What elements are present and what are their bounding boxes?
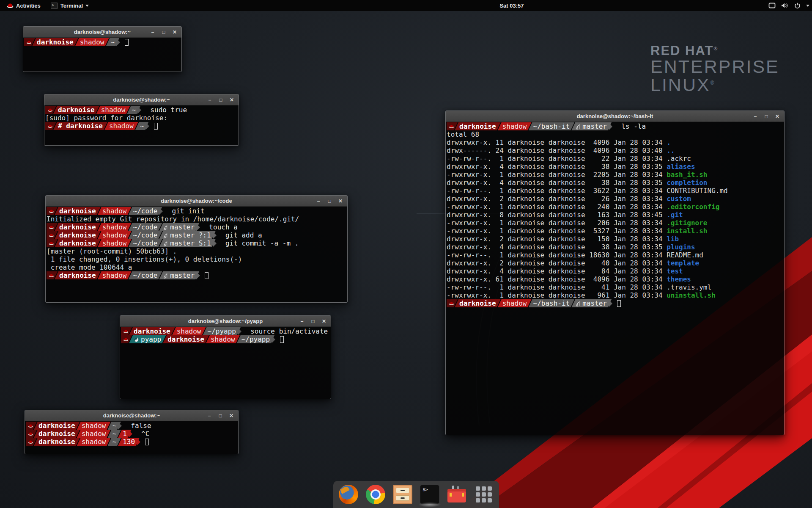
redhat-prompt-icon <box>49 233 54 237</box>
top-bar: Activities >_ Terminal Sat 03:57 <box>0 0 812 11</box>
prompt-segment-host: shadow <box>96 106 130 114</box>
prompt-segment-branch: master ?:1 <box>159 231 215 239</box>
ls-filename: .git <box>667 211 683 219</box>
terminal-content[interactable]: darknoiseshadow~ falsedarknoiseshadow~1 … <box>25 421 238 454</box>
close-button[interactable]: ✕ <box>229 97 235 102</box>
maximize-button[interactable]: □ <box>217 413 223 418</box>
redhat-prompt-icon <box>47 108 53 112</box>
clock[interactable]: Sat 03:57 <box>482 3 541 9</box>
terminal-output-line: [sudo] password for darknoise: <box>45 114 239 122</box>
toolbox-icon[interactable] <box>447 485 466 504</box>
close-button[interactable]: ✕ <box>337 199 343 204</box>
prompt-segment-host: shadow <box>206 335 240 343</box>
ls-row: -rwxrwxr-x. 1 darknoise darknoise 961 Ja… <box>447 291 784 299</box>
terminal-cursor <box>154 123 158 130</box>
close-button[interactable]: ✕ <box>172 30 178 35</box>
chevron-down-icon <box>85 5 89 7</box>
brand-line-3: LINUX® <box>650 76 779 94</box>
terminal-content[interactable]: darknoiseshadow~/pyapp source bin/activa… <box>120 327 331 399</box>
ls-row-meta: drwxrwxr-x. 11 darknoise darknoise 4096 … <box>447 138 667 146</box>
ls-row: drwx------. 24 darknoise darknoise 4096 … <box>447 146 784 155</box>
prompt-segment-host: shadow <box>77 422 111 430</box>
prompt-segment-host: shadow <box>98 271 132 279</box>
ls-row: -rwxrwxr-x. 1 darknoise darknoise 2205 J… <box>447 171 784 179</box>
files-icon[interactable] <box>393 485 412 504</box>
ls-row-meta: drwx------. 24 darknoise darknoise 4096 … <box>447 146 667 155</box>
terminal-window-home-2: darknoise@shadow:~ – □ ✕ darknoiseshadow… <box>25 410 239 454</box>
git-branch-icon <box>164 240 168 246</box>
minimize-button[interactable]: – <box>150 30 156 35</box>
window-title: darknoise@shadow:~/pyapp <box>188 318 263 324</box>
window-titlebar[interactable]: darknoise@shadow:~/code – □ ✕ <box>46 196 347 207</box>
window-titlebar[interactable]: darknoise@shadow:~ – □ ✕ <box>44 94 239 105</box>
ls-filename: lib <box>667 235 679 243</box>
ls-filename: .ackrc <box>667 155 691 163</box>
display-icon[interactable] <box>768 3 776 8</box>
prompt-segment-branch: master <box>159 271 199 279</box>
redhat-prompt-icon <box>449 301 454 306</box>
minimize-button[interactable]: – <box>206 413 212 418</box>
ls-filename: . <box>667 138 671 146</box>
terminal-content[interactable]: darknoiseshadow~/bash-itmaster ls -latot… <box>446 122 784 435</box>
activities-button[interactable]: Activities <box>3 0 44 11</box>
terminal-cursor <box>280 336 284 343</box>
ls-filename: themes <box>667 275 691 283</box>
terminal-content[interactable]: darknoiseshadow~ <box>23 38 181 72</box>
chrome-icon[interactable] <box>366 485 385 504</box>
ls-row-meta: drwxrwxr-x. 8 darknoise darknoise 163 Ja… <box>447 211 667 219</box>
ls-row: -rwxrwxr-x. 1 darknoise darknoise 206 Ja… <box>447 219 784 227</box>
ls-row: -rw-rw-r--. 1 darknoise darknoise 18630 … <box>447 251 784 259</box>
close-button[interactable]: ✕ <box>321 319 327 324</box>
close-button[interactable]: ✕ <box>228 413 234 418</box>
maximize-button[interactable]: □ <box>310 319 316 324</box>
minimize-button[interactable]: – <box>299 319 305 324</box>
redhat-prompt-icon <box>49 209 54 213</box>
volume-icon[interactable] <box>781 3 789 8</box>
terminal-prompt-line: darknoiseshadow~1 ^C <box>26 430 238 438</box>
chevron-down-icon[interactable] <box>806 5 809 7</box>
dock: $> <box>333 481 499 508</box>
git-branch-icon <box>576 301 580 306</box>
prompt-segment-user: darknoise <box>55 271 101 279</box>
maximize-button[interactable]: □ <box>218 97 224 102</box>
maximize-button[interactable]: □ <box>161 30 167 35</box>
prompt-segment-path: ~/pyapp <box>237 335 274 343</box>
command-text: false <box>123 422 151 430</box>
brand-line-2: ENTERPRISE <box>650 58 779 76</box>
terminal-prompt-line: darknoiseshadow~/pyapp source bin/activa… <box>121 327 331 335</box>
terminal-content[interactable]: darknoiseshadow~ sudo true[sudo] passwor… <box>44 105 239 145</box>
app-grid-icon[interactable] <box>474 485 494 504</box>
git-branch-icon <box>164 224 168 230</box>
ls-row: drwxrwxr-x. 2 darknoise darknoise 150 Ja… <box>447 235 784 243</box>
minimize-button[interactable]: – <box>315 199 321 204</box>
prompt-segment-path: ~/code <box>129 239 162 247</box>
terminal-window-code: darknoise@shadow:~/code – □ ✕ darknoises… <box>45 195 348 303</box>
ls-row: drwxrwxr-x. 4 darknoise darknoise 38 Jan… <box>447 163 784 171</box>
ls-row: drwxrwxr-x. 2 darknoise darknoise 26 Jan… <box>447 195 784 203</box>
close-button[interactable]: ✕ <box>774 114 780 119</box>
minimize-button[interactable]: – <box>207 97 213 102</box>
app-menu-label: Terminal <box>60 3 83 9</box>
prompt-segment-user: darknoise <box>55 207 101 215</box>
maximize-button[interactable]: □ <box>763 114 769 119</box>
prompt-segment-user: darknoise <box>55 239 101 247</box>
window-titlebar[interactable]: darknoise@shadow:~/bash-it – □ ✕ <box>446 111 784 122</box>
terminal-icon[interactable]: $> <box>420 485 439 504</box>
prompt-segment-user: darknoise <box>34 438 80 446</box>
power-icon[interactable] <box>794 3 801 9</box>
minimize-button[interactable]: – <box>752 114 758 119</box>
prompt-segment-venv: pyapp <box>129 335 166 343</box>
window-titlebar[interactable]: darknoise@shadow:~ – □ ✕ <box>23 27 181 38</box>
firefox-icon[interactable] <box>339 485 358 504</box>
ls-filename: .. <box>667 146 675 155</box>
app-menu-terminal[interactable]: >_ Terminal <box>47 0 92 11</box>
prompt-segment-user: darknoise <box>455 122 501 130</box>
window-titlebar[interactable]: darknoise@shadow:~ – □ ✕ <box>25 410 238 421</box>
drawer-bottom <box>396 495 409 501</box>
terminal-content[interactable]: darknoiseshadow~/code git initInitialize… <box>46 207 347 302</box>
ls-row-meta: -rwxrwxr-x. 1 darknoise darknoise 961 Ja… <box>447 291 667 299</box>
maximize-button[interactable]: □ <box>326 199 332 204</box>
ls-row: drwxrwxr-x. 8 darknoise darknoise 163 Ja… <box>447 211 784 219</box>
ls-row-meta: -rwxrwxr-x. 1 darknoise darknoise 240 Ja… <box>447 203 667 211</box>
window-titlebar[interactable]: darknoise@shadow:~/pyapp – □ ✕ <box>120 316 331 327</box>
